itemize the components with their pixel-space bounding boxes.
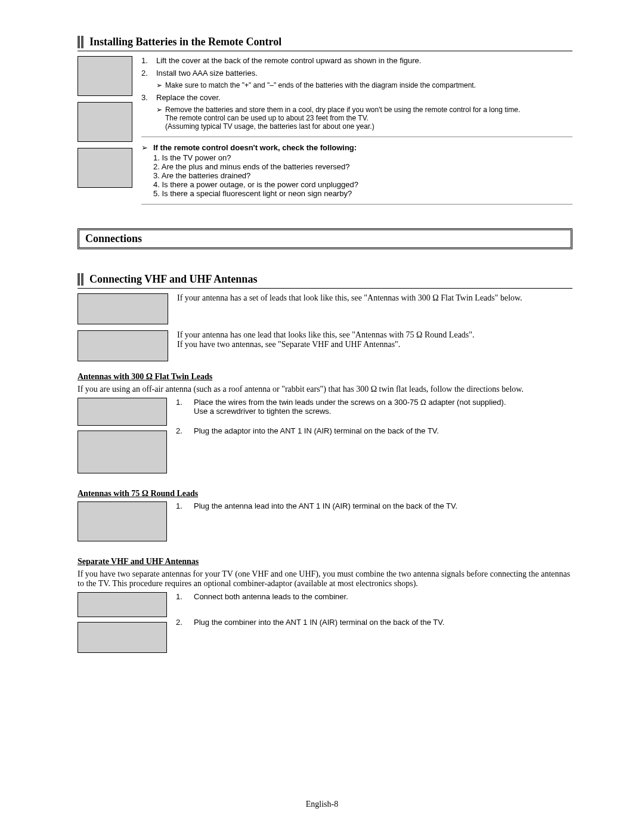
note3c: (Assuming typical TV usage, the batterie… — [165, 122, 374, 131]
combiner-connect-image — [78, 592, 167, 617]
sub3-step1: 1. Connect both antenna leads to the com… — [176, 592, 572, 601]
sub1-step1b: Use a screwdriver to tighten the screws. — [194, 407, 331, 416]
step2-note: ➢ Make sure to match the "+" and "–" end… — [156, 81, 572, 89]
step1-text: Lift the cover at the back of the remote… — [156, 56, 421, 65]
sub2-step1: 1. Plug the antenna lead into the ANT 1 … — [176, 501, 572, 510]
sub3-images — [78, 592, 167, 658]
heading-bars — [78, 273, 83, 286]
sub3-step1-text: Connect both antenna leads to the combin… — [194, 592, 348, 601]
section1-heading-row: Installing Batteries in the Remote Contr… — [78, 36, 572, 48]
round-lead-image — [78, 330, 168, 361]
troubleshoot-title: If the remote control doesn't work, chec… — [153, 143, 572, 152]
sub1-images — [78, 398, 167, 478]
manual-page: Installing Batteries in the Remote Contr… — [0, 0, 644, 833]
step-number-1: 1. — [176, 501, 194, 510]
adapter-plug-image — [78, 431, 167, 473]
section2-title: Connecting VHF and UHF Antennas — [89, 273, 257, 286]
sub3-steps-row: 1. Connect both antenna leads to the com… — [78, 592, 572, 658]
heading-bars — [78, 36, 83, 48]
trouble-q1: 1. Is the TV power on? — [153, 153, 572, 162]
divider — [141, 204, 572, 205]
step-number-2: 2. — [176, 618, 194, 627]
sub2-steps-row: 1. Plug the antenna lead into the ANT 1 … — [78, 501, 572, 546]
sub1-text-col: 1. Place the wires from the twin leads u… — [176, 398, 572, 478]
trouble-q4: 4. Is there a power outage, or is the po… — [153, 180, 572, 189]
note3b: The remote control can be used up to abo… — [165, 114, 369, 122]
divider — [141, 137, 572, 137]
adapter-screws-image — [78, 398, 167, 426]
connections-banner: Connections — [78, 228, 572, 249]
note-arrow-icon: ➢ — [156, 106, 165, 131]
section1-step3: 3. Replace the cover. — [141, 93, 572, 102]
sub1-steps-row: 1. Place the wires from the twin leads u… — [78, 398, 572, 478]
step-number-3: 3. — [141, 93, 156, 102]
trouble-q2: 2. Are the plus and minus ends of the ba… — [153, 162, 572, 171]
section1-text-column: 1. Lift the cover at the back of the rem… — [141, 56, 572, 210]
step-number-1: 1. — [141, 56, 156, 65]
sub2-step1-text: Plug the antenna lead into the ANT 1 IN … — [194, 501, 457, 510]
combiner-plug-image — [78, 622, 167, 653]
section2-body: If your antenna has a set of leads that … — [78, 288, 572, 658]
sub2-heading: Antennas with 75 Ω Round Leads — [78, 489, 572, 498]
trouble-q5: 5. Is there a special fluorescent light … — [153, 189, 572, 198]
section1-body: 1. Lift the cover at the back of the rem… — [78, 51, 572, 210]
lead-row-round: If your antenna has one lead that looks … — [78, 330, 572, 361]
lead1-text: If your antenna has a set of leads that … — [177, 293, 572, 324]
section2-heading-row: Connecting VHF and UHF Antennas — [78, 273, 572, 286]
sub2-text-col: 1. Plug the antenna lead into the ANT 1 … — [176, 501, 572, 546]
section1-image-column — [78, 56, 132, 210]
remote-cover-lift-image — [78, 56, 132, 96]
step-number-2: 2. — [141, 69, 156, 78]
sub3-text-col: 1. Connect both antenna leads to the com… — [176, 592, 572, 658]
section1-step2: 2. Install two AAA size batteries. — [141, 69, 572, 78]
round-lead-plug-image — [78, 501, 167, 541]
lead2b: If you have two antennas, see "Separate … — [177, 340, 400, 349]
step3-text: Replace the cover. — [156, 93, 221, 102]
sub1-step1-text: Place the wires from the twin leads unde… — [194, 398, 506, 416]
sub3-step2: 2. Plug the combiner into the ANT 1 IN (… — [176, 618, 572, 627]
sub3-intro: If you have two separate antennas for yo… — [78, 569, 572, 589]
lead2a: If your antenna has one lead that looks … — [177, 330, 475, 339]
section1-step1: 1. Lift the cover at the back of the rem… — [141, 56, 572, 65]
step-number-2: 2. — [176, 426, 194, 435]
section1-title: Installing Batteries in the Remote Contr… — [89, 36, 281, 48]
troubleshoot-body: If the remote control doesn't work, chec… — [153, 143, 572, 198]
remote-insert-batteries-image — [78, 102, 132, 142]
sub1-heading: Antennas with 300 Ω Flat Twin Leads — [78, 372, 572, 382]
remote-replace-cover-image — [78, 148, 132, 188]
step3-note-block: ➢ Remove the batteries and store them in… — [156, 106, 572, 131]
trouble-q3: 3. Are the batteries drained? — [153, 171, 572, 180]
troubleshoot-block: ➢ If the remote control doesn't work, ch… — [141, 143, 572, 198]
sub3-heading: Separate VHF and UHF Antennas — [78, 557, 572, 566]
lead-row-twin: If your antenna has a set of leads that … — [78, 293, 572, 324]
step2-text: Install two AAA size batteries. — [156, 69, 258, 78]
note3a: Remove the batteries and store them in a… — [165, 106, 520, 114]
flat-twin-leads-image — [78, 293, 168, 324]
sub3-step2-text: Plug the combiner into the ANT 1 IN (AIR… — [194, 618, 444, 627]
note-arrow-icon: ➢ — [141, 143, 153, 198]
sub1-step2-text: Plug the adaptor into the ANT 1 IN (AIR)… — [194, 426, 439, 435]
sub1-intro: If you are using an off-air antenna (suc… — [78, 385, 572, 394]
connections-title: Connections — [85, 233, 565, 245]
step3-note-text: Remove the batteries and store them in a… — [165, 106, 572, 131]
step-number-1: 1. — [176, 592, 194, 601]
step2-note-text: Make sure to match the "+" and "–" ends … — [165, 81, 572, 89]
page-number: English-8 — [0, 800, 644, 809]
sub1-step1: 1. Place the wires from the twin leads u… — [176, 398, 572, 416]
note-arrow-icon: ➢ — [156, 81, 165, 89]
step-number-1: 1. — [176, 398, 194, 416]
sub1-step2: 2. Plug the adaptor into the ANT 1 IN (A… — [176, 426, 572, 435]
lead2-text: If your antenna has one lead that looks … — [177, 330, 572, 361]
sub2-images — [78, 501, 167, 546]
sub1-step1a: Place the wires from the twin leads unde… — [194, 398, 506, 407]
